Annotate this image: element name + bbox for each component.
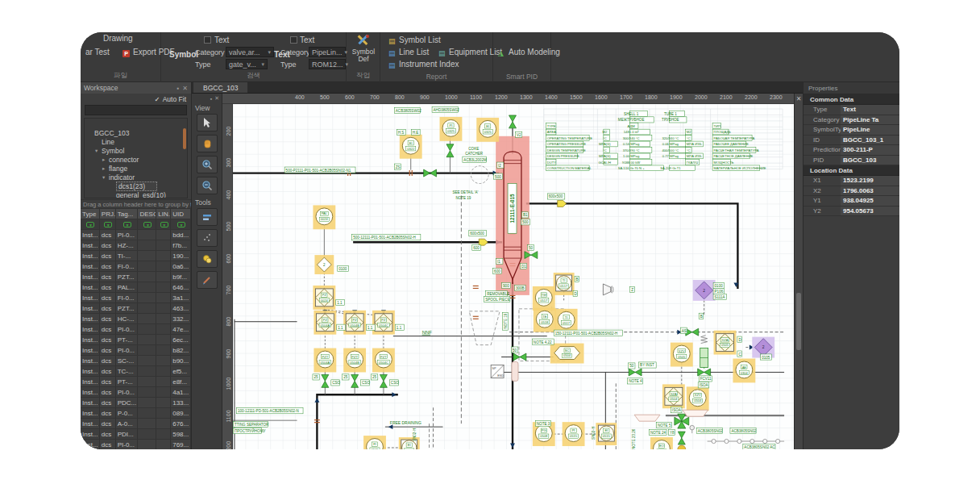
table-row[interactable]: Inst...dcsTI-...190... <box>81 251 191 261</box>
canvas-label[interactable]: Y8 <box>670 431 675 435</box>
instrument-EI-0505[interactable]: EI0505 <box>399 437 420 449</box>
tree-item-BGCC_103[interactable]: BGCC_103 <box>85 128 187 137</box>
canvas-label[interactable]: РАБОЧАЯ ТЕМПЕРАТУРА <box>714 136 755 140</box>
pan-tool-button[interactable] <box>197 135 218 152</box>
instrument-TE-0518[interactable]: TE0518 <box>534 308 556 332</box>
canvas-label[interactable]: ACB3805SN02 AC <box>744 445 775 449</box>
canvas-label[interactable]: AHD3805SW02 <box>434 108 460 112</box>
property-row-Category[interactable]: CategoryPipeLine Ta <box>804 115 899 126</box>
canvas-label[interactable]: 600 <box>494 269 500 273</box>
filter-icon[interactable]: ▼ <box>177 222 185 227</box>
table-row[interactable]: Inst...dcsTC-...ef5... <box>81 366 191 377</box>
canvas-label[interactable]: 400/500 °C <box>662 148 679 152</box>
canvas-label[interactable]: AREA <box>547 130 557 134</box>
canvas-label[interactable]: FREE DRAINING <box>390 421 421 425</box>
instrument-EI-0322[interactable]: EI0322 <box>400 135 422 159</box>
canvas-label[interactable]: РАСЧЕТНАЯ ТЕМПЕРАТУРА <box>714 148 759 152</box>
canvas-label[interactable]: V2 <box>517 133 521 137</box>
sp-esd-box[interactable]: SPESD <box>491 365 504 378</box>
instrument-EI-0515[interactable]: EI0515 <box>596 423 617 445</box>
canvas-label[interactable]: B1 <box>523 213 528 217</box>
filter-icon[interactable]: ▼ <box>143 222 152 227</box>
instrument-index-button[interactable]: ▤Instrument Index <box>388 60 459 69</box>
canvas-label[interactable]: CSO <box>362 381 370 385</box>
table-row[interactable]: Inst...dcsPZT...463... <box>81 303 191 314</box>
canvas-label[interactable]: OPERATING PRESSURE <box>547 142 586 146</box>
property-row-Type[interactable]: TypeText <box>804 105 899 115</box>
canvas-label[interactable]: CSO <box>391 381 399 385</box>
canvas-label[interactable]: МПА ИЗБ. <box>687 154 703 158</box>
canvas-label[interactable]: NOTE 23,26 <box>632 428 636 449</box>
table-row[interactable]: Inst...dcsPZT...b9f... <box>81 272 191 282</box>
canvas-label[interactable]: ACB3805SW02 <box>396 109 421 113</box>
point-tool-button[interactable] <box>197 229 218 247</box>
canvas-label[interactable]: COKE <box>468 147 479 151</box>
canvas-label[interactable]: D1 <box>521 265 526 269</box>
canvas-label[interactable]: SA-209 Gr.T1 <box>660 166 681 170</box>
table-row[interactable]: Inst...dcsPI-0...bdd... <box>81 230 191 240</box>
canvas-label[interactable]: °C <box>687 136 691 140</box>
filter-icon[interactable]: ▼ <box>123 222 131 227</box>
drawing-area[interactable]: SHELL 1МЕЖТРУБНОЕTUBE 1ТРУБНОЕTYPEАДМТИП… <box>233 104 794 449</box>
canvas-label[interactable]: 0.77 MPag <box>662 154 679 158</box>
canvas-label[interactable]: NNF <box>422 330 433 335</box>
canvas-label[interactable]: 100-12111-PD-501-ACB2B05SN02-N <box>238 409 299 413</box>
column-header-DESC[interactable]: DESC <box>138 209 156 219</box>
text-type-select[interactable]: ROM12...▾ <box>309 59 346 69</box>
select-tool-button[interactable] <box>197 114 218 131</box>
canvas-label[interactable]: 0105 <box>762 356 770 360</box>
zoom-out-tool-button[interactable] <box>197 177 218 194</box>
instrument-XZV-0505[interactable]: XZV0505 <box>671 343 693 367</box>
property-row-Y2[interactable]: Y2954.05673 <box>804 207 899 217</box>
canvas-label[interactable]: 0100 <box>715 284 724 288</box>
pid-drawing[interactable]: SHELL 1МЕЖТРУБНОЕTUBE 1ТРУБНОЕTYPEАДМТИП… <box>233 104 794 449</box>
canvas-label[interactable]: 50 <box>513 348 517 353</box>
logic-PZ-0504C[interactable]: PZ0504C <box>372 311 395 335</box>
line-tool-button[interactable] <box>197 208 218 226</box>
canvas-label[interactable]: GCAL/H <box>599 161 611 165</box>
table-row[interactable]: Inst...dcsFI-0...3a1... <box>81 293 191 303</box>
canvas-label[interactable]: MPA(G) <box>599 154 611 158</box>
canvas-label[interactable]: SA-516 Gr.70 N + <box>618 166 645 170</box>
canvas-label[interactable]: АДМ <box>628 124 636 128</box>
symbol-category-select[interactable]: valve,ar...▾ <box>226 47 274 57</box>
canvas-label[interactable]: ТРУБНОЕ <box>662 118 679 122</box>
canvas-label[interactable]: SPOOL PIECE <box>485 298 509 302</box>
line-list-button[interactable]: ▤Line List <box>388 48 429 57</box>
canvas-label[interactable]: B <box>700 315 703 319</box>
canvas-label[interactable]: TUBE 1 <box>664 112 677 116</box>
tree-item-indicator[interactable]: ▾indicator <box>85 173 187 182</box>
canvas-label[interactable]: SN02-H <box>592 427 596 440</box>
canvas-label[interactable]: H.E <box>413 131 419 135</box>
property-row-X2[interactable]: X21796.0063 <box>804 186 899 197</box>
instrument-EO-0552[interactable]: EO0552 <box>650 437 673 449</box>
canvas-label[interactable]: I2 <box>498 164 501 168</box>
column-header-PRJ...[interactable]: PRJ... <box>100 209 116 219</box>
test-button[interactable]: ar Test <box>85 48 110 56</box>
canvas-label[interactable]: BY INST <box>640 363 654 367</box>
canvas-label[interactable]: SEE DETAIL 'A' <box>452 190 478 194</box>
canvas-label[interactable]: CONSTRUCTION MATERIAL <box>547 166 592 170</box>
tree-item-dcs1(23)[interactable]: dcs1(23) <box>85 182 187 190</box>
instrument-TW-0517[interactable]: TW0517 <box>533 286 555 311</box>
property-row-Prediction[interactable]: Prediction300-211-P <box>804 145 899 156</box>
instrument-PZT-0504C[interactable]: PZT0504C <box>372 348 395 373</box>
canvas-label[interactable]: °C <box>603 136 607 140</box>
tree-scrollbar[interactable] <box>183 128 186 149</box>
canvas-label[interactable]: °C <box>603 148 607 152</box>
pen-tool-button[interactable] <box>197 271 218 289</box>
computer-function-SC-0504[interactable]: SC0504 <box>550 344 584 364</box>
logic-XZA-0505[interactable]: XZA0505 <box>714 331 737 355</box>
pin-icon[interactable]: ▪ <box>210 96 212 102</box>
canvas-label[interactable]: DESIGN PRESSURE <box>547 154 579 158</box>
canvas-label[interactable]: NOTE 19 <box>504 313 508 328</box>
canvas-label[interactable]: DUTY <box>547 161 557 165</box>
filter-icon[interactable]: ▼ <box>104 222 112 227</box>
scrollbar-thumb[interactable] <box>796 293 801 350</box>
instrument-PZT-0504B[interactable]: PZT0504B <box>343 348 366 373</box>
canvas-label[interactable]: ACB3805SN02 <box>698 429 723 433</box>
interlock-diamond[interactable]: 2 <box>693 280 716 301</box>
instrument-AE-0304[interactable]: AE0304 <box>733 359 755 383</box>
canvas-label[interactable]: 25 <box>372 375 377 379</box>
pin-icon[interactable]: ▪ <box>176 85 179 92</box>
